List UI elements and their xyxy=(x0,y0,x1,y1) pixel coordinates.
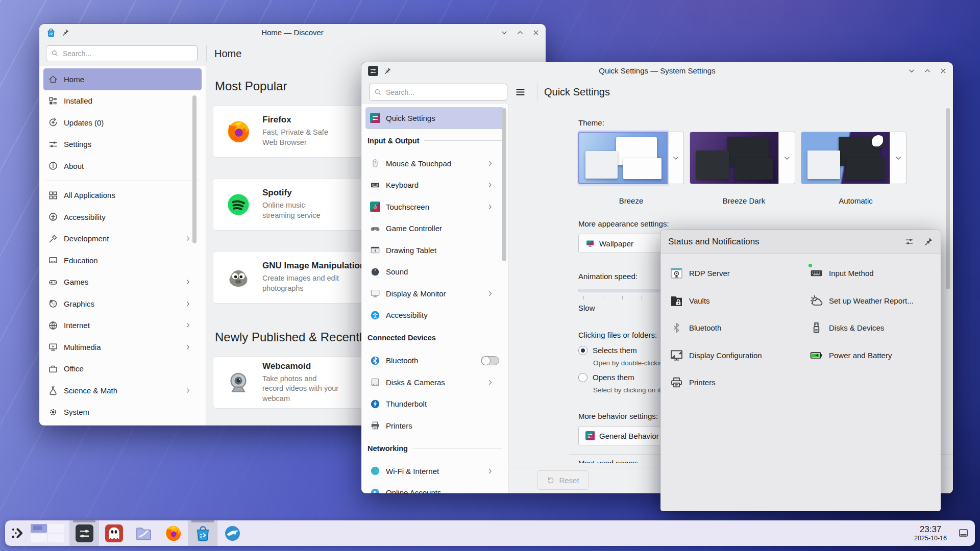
chevron-right-icon xyxy=(185,387,191,394)
chevron-right-icon xyxy=(487,182,494,188)
reset-button[interactable]: Reset xyxy=(537,470,589,490)
sidebar-item[interactable]: Wi-Fi & Internet xyxy=(365,460,504,482)
sidebar-item[interactable]: Office xyxy=(43,358,202,380)
sidebar-item[interactable]: Quick Settings xyxy=(365,107,504,129)
sidebar-item[interactable]: Thunderbolt xyxy=(365,393,504,415)
theme-preview[interactable] xyxy=(801,132,890,184)
bluetooth-toggle[interactable] xyxy=(481,356,499,365)
tray-entry[interactable]: Display Configuration xyxy=(660,342,797,369)
theme-option-Breeze Dark[interactable] xyxy=(690,132,795,184)
tray-entry[interactable]: Input Method xyxy=(797,260,914,287)
task-button-ghostwriter[interactable] xyxy=(99,520,129,546)
configure-icon[interactable] xyxy=(904,237,914,246)
tray-icon[interactable] xyxy=(760,528,771,538)
pin-icon[interactable] xyxy=(923,237,933,246)
discover-search[interactable] xyxy=(46,45,198,61)
minimize-icon[interactable] xyxy=(501,29,508,36)
show-desktop-button[interactable] xyxy=(958,528,969,538)
sidebar-item[interactable]: Installed xyxy=(43,90,202,112)
theme-dropdown-button[interactable] xyxy=(668,132,684,184)
settings-search-input[interactable] xyxy=(385,88,502,97)
sidebar-item[interactable]: Graphics xyxy=(43,293,202,315)
virtual-desktop-pager[interactable] xyxy=(31,524,64,542)
theme-dropdown-button[interactable] xyxy=(779,132,795,184)
sidebar-item[interactable]: Education xyxy=(43,249,202,271)
tray-icon[interactable] xyxy=(854,528,865,538)
tray-icon[interactable] xyxy=(798,528,808,538)
settings-search[interactable] xyxy=(369,84,507,101)
pin-icon[interactable] xyxy=(61,29,69,37)
theme-option-Automatic[interactable] xyxy=(801,132,906,184)
task-button-dolphin[interactable] xyxy=(129,520,158,546)
sidebar-item[interactable]: Multimedia xyxy=(43,336,202,358)
tray-icon[interactable] xyxy=(779,528,790,538)
sidebar-item[interactable]: Printers xyxy=(365,415,504,437)
task-button-firefox[interactable] xyxy=(158,520,188,546)
sidebar-item[interactable]: Development xyxy=(43,228,202,250)
close-icon[interactable] xyxy=(940,67,947,74)
sidebar-item[interactable]: Settings xyxy=(43,134,202,156)
sidebar-item[interactable]: Game Controller xyxy=(365,218,504,240)
discover-titlebar[interactable]: Home — Discover xyxy=(39,24,546,41)
sidebar-item[interactable]: Science & Math xyxy=(43,380,202,402)
tray-icon[interactable] xyxy=(741,528,752,538)
sidebar-item[interactable]: Display & Monitor xyxy=(365,283,504,305)
sidebar-scrollbar[interactable] xyxy=(502,108,506,261)
tray-entry[interactable]: Disks & Devices xyxy=(797,314,914,342)
task-button-falkon[interactable] xyxy=(217,520,247,546)
sidebar-item[interactable]: Keyboard xyxy=(365,174,504,196)
task-button-system-settings[interactable] xyxy=(69,520,99,546)
pager-desktop-4[interactable] xyxy=(48,534,64,542)
theme-option-Breeze[interactable] xyxy=(578,132,684,184)
pager-desktop-2[interactable] xyxy=(48,524,64,533)
tray-entry[interactable]: Vaults xyxy=(660,287,797,315)
minimize-icon[interactable] xyxy=(908,67,915,74)
wallpaper-button[interactable]: Wallpaper xyxy=(578,234,665,253)
sidebar-scrollbar[interactable] xyxy=(192,95,197,243)
pager-desktop-3[interactable] xyxy=(31,534,47,542)
sidebar-item[interactable]: Mouse & Touchpad xyxy=(365,153,504,174)
close-icon[interactable] xyxy=(532,29,540,36)
sidebar-item[interactable]: Games xyxy=(43,271,202,293)
theme-preview[interactable] xyxy=(578,132,668,184)
sidebar-item[interactable]: Sound xyxy=(365,261,504,283)
pin-icon[interactable] xyxy=(383,67,391,75)
tray-entry[interactable]: Power and Battery xyxy=(797,342,914,369)
tray-icon[interactable] xyxy=(836,528,846,538)
sidebar-item[interactable]: Home xyxy=(43,68,202,90)
sidebar-item[interactable]: About xyxy=(43,155,202,177)
discover-search-input[interactable] xyxy=(62,49,192,58)
sidebar-item[interactable]: Drawing Tablet xyxy=(365,239,504,261)
sidebar-item[interactable]: Disks & Cameras xyxy=(365,371,504,393)
sidebar-item[interactable]: Bluetooth xyxy=(365,350,504,372)
sidebar-item[interactable]: Accessibility xyxy=(365,305,504,327)
tray-icon[interactable] xyxy=(817,528,827,538)
tray-entry[interactable]: Bluetooth xyxy=(660,314,797,342)
task-button-discover[interactable] xyxy=(188,520,217,546)
pager-desktop-1[interactable] xyxy=(31,524,47,533)
sidebar-item[interactable]: Updates (0) xyxy=(43,112,202,134)
selects-them-radio[interactable] xyxy=(578,346,587,355)
tray-entry[interactable]: Set up Weather Report... xyxy=(797,287,914,315)
sidebar-item[interactable]: Accessibility xyxy=(43,206,202,228)
content-scrollbar[interactable] xyxy=(946,108,950,289)
digital-clock[interactable]: 23:37 2025-10-16 xyxy=(914,524,947,542)
menu-icon[interactable] xyxy=(514,86,526,98)
theme-dropdown-button[interactable] xyxy=(890,132,906,184)
sidebar-item[interactable]: Touchscreen xyxy=(365,196,504,218)
tray-entry[interactable]: RDP Server xyxy=(660,260,797,287)
maximize-icon[interactable] xyxy=(517,29,524,36)
tray-icon[interactable] xyxy=(722,528,733,538)
tray-icon[interactable] xyxy=(892,528,903,538)
opens-them-radio[interactable] xyxy=(578,373,587,382)
maximize-icon[interactable] xyxy=(924,67,931,74)
sidebar-item[interactable]: System xyxy=(43,402,202,423)
sidebar-item[interactable]: Internet xyxy=(43,315,202,337)
tray-entry[interactable]: Printers xyxy=(660,369,797,396)
tray-icon[interactable] xyxy=(873,528,884,538)
sidebar-item[interactable]: Online Accounts xyxy=(365,482,504,494)
settings-titlebar[interactable]: Quick Settings — System Settings xyxy=(361,62,953,80)
theme-preview[interactable] xyxy=(690,132,779,184)
sidebar-item[interactable]: All Applications xyxy=(43,185,202,207)
app-launcher-button[interactable] xyxy=(5,520,30,546)
